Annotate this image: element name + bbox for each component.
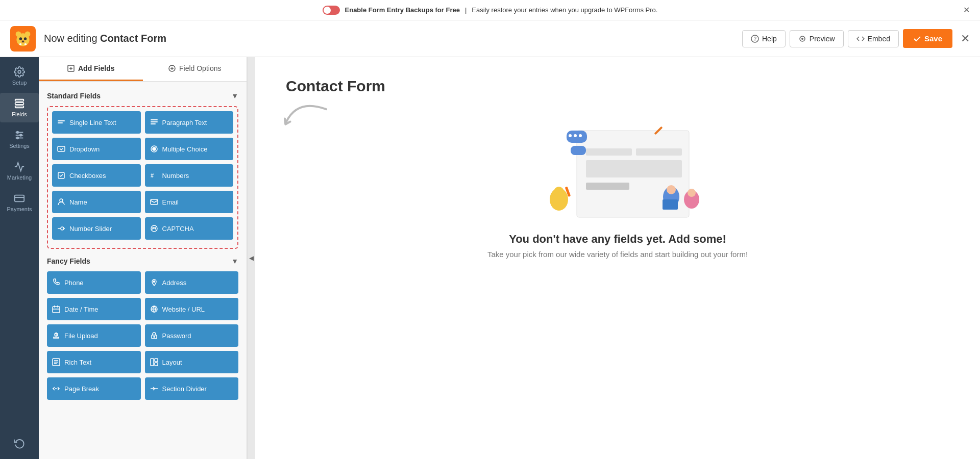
- svg-rect-33: [151, 119, 158, 120]
- svg-point-48: [153, 281, 155, 283]
- editing-prefix: Now editing: [44, 33, 100, 44]
- field-btn-numbers[interactable]: # Numbers: [145, 164, 234, 187]
- svg-rect-81: [571, 146, 586, 155]
- svg-point-73: [554, 187, 564, 197]
- svg-point-44: [61, 227, 64, 230]
- field-btn-dropdown[interactable]: Dropdown: [52, 138, 141, 160]
- svg-point-13: [18, 70, 21, 73]
- fields-icon: [14, 98, 25, 109]
- svg-point-22: [17, 137, 19, 139]
- sidebar-item-settings[interactable]: Settings: [0, 124, 39, 154]
- empty-state-illustration: [531, 120, 704, 233]
- svg-point-76: [667, 185, 676, 194]
- sidebar-item-payments[interactable]: Payments: [0, 188, 39, 217]
- svg-rect-68: [586, 148, 632, 156]
- notification-bar: Enable Form Entry Backups for Free | Eas…: [0, 0, 980, 20]
- embed-button[interactable]: Embed: [848, 30, 899, 47]
- standard-fields-grid: Single Line Text Paragraph Text: [52, 111, 233, 240]
- field-btn-address[interactable]: Address: [145, 271, 239, 294]
- svg-rect-8: [24, 43, 27, 45]
- sidebar-item-marketing[interactable]: Marketing: [0, 156, 39, 186]
- notif-description: Easily restore your entries when you upg…: [472, 6, 657, 14]
- notif-toggle-text: Enable Form Entry Backups for Free: [345, 6, 460, 14]
- svg-rect-35: [151, 123, 156, 124]
- field-btn-paragraph-text[interactable]: Paragraph Text: [145, 111, 234, 134]
- url-icon: [150, 305, 158, 313]
- svg-rect-62: [151, 359, 154, 366]
- backup-toggle[interactable]: [323, 6, 340, 15]
- tab-field-options[interactable]: Field Options: [143, 57, 247, 81]
- help-icon: ?: [751, 35, 759, 43]
- field-btn-layout[interactable]: Layout: [145, 351, 239, 373]
- field-btn-captcha[interactable]: CAPTCHA: [145, 217, 234, 240]
- embed-label: Embed: [868, 35, 890, 43]
- sidebar-item-fields[interactable]: Fields: [0, 93, 39, 122]
- svg-rect-69: [636, 148, 682, 156]
- svg-point-47: [155, 227, 156, 228]
- sidebar-item-revisions[interactable]: [0, 432, 39, 454]
- field-btn-name[interactable]: Name: [52, 191, 141, 213]
- numbers-icon: #: [150, 171, 158, 180]
- slider-icon: [57, 224, 65, 233]
- fancy-fields-title: Fancy Fields: [47, 257, 90, 265]
- svg-point-21: [20, 134, 22, 136]
- svg-point-57: [154, 337, 155, 338]
- tab-add-fields[interactable]: Add Fields: [39, 57, 143, 81]
- header-bar: Now editing Contact Form ? Help Preview …: [0, 20, 980, 57]
- svg-point-1: [16, 31, 21, 37]
- field-btn-phone[interactable]: Phone: [47, 271, 141, 294]
- standard-fields-header: Standard Fields ▼: [47, 92, 238, 100]
- field-options-tab-icon: [168, 64, 176, 72]
- save-check-icon: [913, 35, 921, 43]
- standard-fields-box: Single Line Text Paragraph Text: [47, 106, 238, 249]
- svg-point-79: [688, 189, 696, 197]
- svg-rect-14: [15, 99, 24, 101]
- svg-rect-70: [586, 160, 682, 177]
- field-btn-section-divider[interactable]: Section Divider: [145, 377, 239, 400]
- standard-fields-toggle[interactable]: ▼: [231, 92, 238, 100]
- field-btn-file-upload[interactable]: File Upload: [47, 324, 141, 347]
- sidebar-item-setup[interactable]: Setup: [0, 61, 39, 91]
- empty-state-text: Take your pick from our wide variety of …: [487, 250, 748, 259]
- sidebar-marketing-label: Marketing: [7, 174, 32, 181]
- header-title: Now editing Contact Form: [44, 33, 166, 44]
- captcha-icon: [150, 224, 158, 233]
- add-fields-tab-label: Add Fields: [78, 64, 115, 72]
- help-button[interactable]: ? Help: [742, 30, 786, 47]
- fields-scroll-area: Standard Fields ▼ Single Line Text: [39, 82, 247, 459]
- header-actions: ? Help Preview Embed Save ✕: [742, 29, 970, 48]
- field-btn-multiple-choice[interactable]: Multiple Choice: [145, 138, 234, 160]
- notif-close-button[interactable]: ✕: [963, 5, 970, 15]
- add-fields-tab-icon: [67, 64, 75, 72]
- address-icon: [150, 278, 158, 287]
- field-btn-single-line-text[interactable]: Single Line Text: [52, 111, 141, 134]
- preview-button[interactable]: Preview: [790, 30, 844, 47]
- field-btn-page-break[interactable]: Page Break: [47, 377, 141, 400]
- sidebar-payments-label: Payments: [7, 206, 32, 212]
- email-icon: [150, 198, 158, 206]
- field-btn-checkboxes[interactable]: Checkboxes: [52, 164, 141, 187]
- fields-tabs: Add Fields Field Options: [39, 57, 247, 82]
- svg-rect-42: [151, 199, 158, 205]
- field-btn-password[interactable]: Password: [145, 324, 239, 347]
- field-btn-rich-text[interactable]: Rich Text: [47, 351, 141, 373]
- field-btn-email[interactable]: Email: [145, 191, 234, 213]
- svg-rect-7: [19, 43, 22, 45]
- field-btn-website-url[interactable]: Website / URL: [145, 298, 239, 320]
- fancy-fields-toggle[interactable]: ▼: [231, 257, 238, 265]
- svg-rect-63: [155, 359, 158, 362]
- sidebar-setup-label: Setup: [12, 80, 27, 86]
- dropdown-icon: [57, 145, 65, 153]
- save-button[interactable]: Save: [903, 29, 952, 48]
- sidebar-icons: Setup Fields Settings: [0, 57, 39, 459]
- date-icon: [52, 305, 60, 313]
- field-btn-date-time[interactable]: Date / Time: [47, 298, 141, 320]
- form-name: Contact Form: [100, 33, 166, 44]
- field-btn-number-slider[interactable]: Number Slider: [52, 217, 141, 240]
- close-button[interactable]: ✕: [961, 32, 970, 45]
- panel-collapse-handle[interactable]: ◀: [247, 57, 255, 459]
- layout-icon: [150, 358, 158, 366]
- name-icon: [57, 198, 65, 206]
- svg-point-83: [574, 134, 577, 137]
- svg-point-20: [17, 132, 19, 134]
